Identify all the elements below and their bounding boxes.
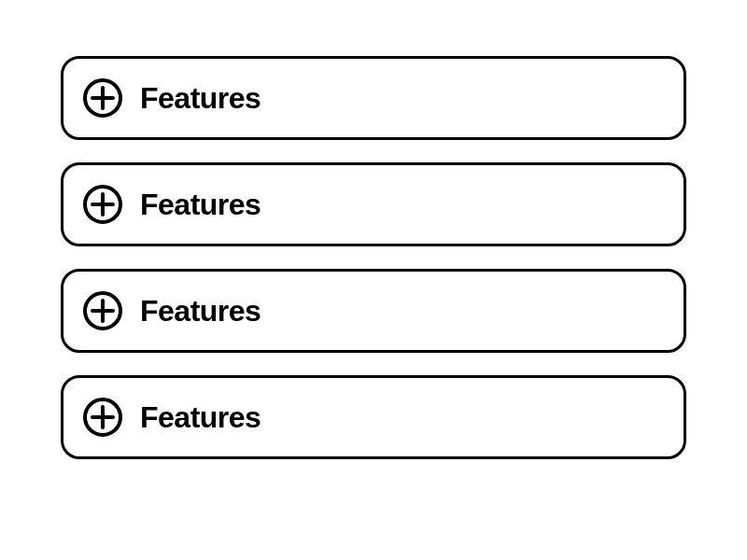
plus-circle-icon bbox=[82, 77, 123, 119]
accordion-item[interactable]: Features bbox=[61, 56, 686, 140]
accordion-item[interactable]: Features bbox=[61, 375, 686, 459]
accordion-item[interactable]: Features bbox=[61, 269, 686, 353]
accordion-item-label: Features bbox=[140, 294, 261, 329]
accordion-list: Features Features Features bbox=[61, 56, 686, 459]
plus-circle-icon bbox=[82, 290, 123, 331]
accordion-item-label: Features bbox=[140, 400, 261, 435]
accordion-item-label: Features bbox=[140, 81, 261, 116]
accordion-item-label: Features bbox=[140, 188, 261, 222]
accordion-item[interactable]: Features bbox=[61, 162, 686, 246]
plus-circle-icon bbox=[82, 184, 123, 225]
plus-circle-icon bbox=[82, 397, 123, 438]
